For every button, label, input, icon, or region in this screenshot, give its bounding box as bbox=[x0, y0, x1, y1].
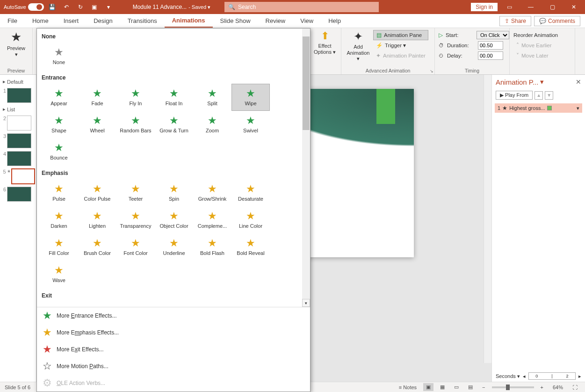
animation-pane-close-icon[interactable]: ✕ bbox=[576, 78, 581, 86]
move-down-button[interactable]: ▼ bbox=[545, 91, 553, 100]
timeline-ticks[interactable]: 0|2 bbox=[528, 372, 576, 380]
gallery-item-appear[interactable]: ★Appear bbox=[40, 84, 78, 111]
animation-pane-options-icon[interactable]: ▾ bbox=[540, 78, 544, 86]
gallery-item-zoom[interactable]: ★Zoom bbox=[193, 111, 231, 138]
search-input[interactable] bbox=[238, 4, 375, 10]
gallery-item-split[interactable]: ★Split bbox=[193, 84, 231, 111]
canvas-vertical-scrollbar[interactable] bbox=[484, 75, 491, 363]
gallery-item-wheel[interactable]: ★Wheel bbox=[78, 111, 116, 138]
autosave-toggle[interactable]: AutoSave On bbox=[4, 3, 44, 11]
slideshow-view-icon[interactable]: ▤ bbox=[465, 383, 476, 391]
gallery-item-bold-flash[interactable]: ★Bold Flash bbox=[193, 233, 231, 261]
gallery-item-bounce[interactable]: ★Bounce bbox=[40, 138, 78, 165]
gallery-item-compleme-[interactable]: ★Compleme... bbox=[193, 206, 231, 233]
gallery-item-random-bars[interactable]: ★Random Bars bbox=[116, 111, 155, 138]
gallery-item-teeter[interactable]: ★Teeter bbox=[116, 179, 155, 206]
search-box[interactable]: 🔍 bbox=[224, 2, 379, 12]
sorter-view-icon[interactable]: ▦ bbox=[437, 383, 448, 391]
qat-start-slideshow-icon[interactable]: ▣ bbox=[89, 1, 100, 13]
slide-counter[interactable]: Slide 5 of 6 bbox=[0, 385, 35, 390]
thumb-5[interactable]: 5★ bbox=[1, 167, 35, 185]
reading-view-icon[interactable]: ▭ bbox=[451, 383, 462, 391]
gallery-item-fade[interactable]: ★Fade bbox=[78, 302, 116, 307]
gallery-item-split[interactable]: ★Split bbox=[193, 302, 231, 307]
gallery-item-transparency[interactable]: ★Transparency bbox=[116, 206, 155, 233]
gallery-item-float-out[interactable]: ★Float Out bbox=[155, 302, 193, 307]
tab-home[interactable]: Home bbox=[25, 15, 56, 27]
gallery-item-grow-turn[interactable]: ★Grow & Turn bbox=[155, 111, 193, 138]
tab-help[interactable]: Help bbox=[321, 15, 348, 27]
gallery-item-swivel[interactable]: ★Swivel bbox=[231, 111, 270, 138]
gallery-item-color-pulse[interactable]: ★Color Pulse bbox=[78, 179, 116, 206]
gallery-item-wipe[interactable]: ★Wipe bbox=[231, 302, 270, 307]
tab-animations[interactable]: Animations bbox=[165, 14, 213, 28]
zoom-slider[interactable] bbox=[492, 386, 534, 388]
normal-view-icon[interactable]: ▣ bbox=[423, 383, 433, 391]
timeline-label[interactable]: Seconds ▾ bbox=[496, 373, 520, 379]
sign-in-button[interactable]: Sign in bbox=[470, 2, 498, 12]
preview-button[interactable]: ★ Preview▾ bbox=[4, 30, 29, 57]
gallery-more-icon[interactable]: ▾ bbox=[302, 299, 310, 307]
section-default[interactable]: ▸ Default bbox=[1, 77, 35, 87]
qat-save-icon[interactable]: 💾 bbox=[47, 1, 58, 13]
qat-customize-icon[interactable]: ▾ bbox=[103, 1, 114, 13]
gallery-item-spin[interactable]: ★Spin bbox=[155, 179, 193, 206]
autosave-switch[interactable] bbox=[28, 3, 44, 11]
animation-pane-toggle[interactable]: ▤Animation Pane bbox=[373, 30, 428, 40]
thumb-6[interactable]: 6 bbox=[1, 185, 35, 203]
gallery-item-underline[interactable]: ★Underline bbox=[155, 233, 193, 261]
tab-insert[interactable]: Insert bbox=[56, 15, 87, 27]
thumb-1[interactable]: 1 bbox=[1, 87, 35, 104]
zoom-out-icon[interactable]: − bbox=[479, 384, 488, 391]
more-entrance-effects[interactable]: ★More Entrance Effects... bbox=[37, 307, 310, 324]
start-select[interactable]: On Click bbox=[477, 31, 509, 39]
effect-options-button[interactable]: ⬆ Effect Options ▾ bbox=[312, 30, 337, 55]
close-button[interactable]: ✕ bbox=[563, 0, 584, 14]
thumb-4[interactable]: 4 bbox=[1, 150, 35, 167]
tab-review[interactable]: Review bbox=[258, 15, 293, 27]
timeline-prev-icon[interactable]: ◂ bbox=[523, 373, 526, 379]
gallery-item-shape[interactable]: ★Shape bbox=[40, 111, 78, 138]
more-motion-paths[interactable]: ☆More Motion Paths... bbox=[37, 358, 310, 375]
gallery-item-line-color[interactable]: ★Line Color bbox=[231, 206, 270, 233]
gallery-item-bold-reveal[interactable]: ★Bold Reveal bbox=[231, 233, 270, 261]
gallery-item-fill-color[interactable]: ★Fill Color bbox=[40, 233, 78, 261]
tab-slideshow[interactable]: Slide Show bbox=[213, 15, 258, 27]
gallery-item-fly-out[interactable]: ★Fly Out bbox=[116, 302, 155, 307]
add-animation-button[interactable]: ✦ Add Animation ▾ bbox=[345, 30, 371, 62]
zoom-percent[interactable]: 64% bbox=[550, 384, 566, 391]
gallery-item-grow-shrink[interactable]: ★Grow/Shrink bbox=[193, 179, 231, 206]
section-list[interactable]: ▸ List bbox=[1, 104, 35, 114]
ribbon-display-options-icon[interactable]: ▭ bbox=[499, 0, 520, 14]
item-menu-icon[interactable]: ▾ bbox=[577, 105, 579, 111]
share-button[interactable]: ⇪Share bbox=[499, 16, 531, 26]
advanced-group-launcher-icon[interactable]: ↘ bbox=[430, 69, 433, 73]
tab-file[interactable]: File bbox=[0, 15, 25, 27]
gallery-item-pulse[interactable]: ★Pulse bbox=[40, 179, 78, 206]
more-emphasis-effects[interactable]: ★More Emphasis Effects... bbox=[37, 324, 310, 341]
animation-item-1[interactable]: 1 ★ Highest gross... ▾ bbox=[495, 103, 582, 113]
gallery-item-lighten[interactable]: ★Lighten bbox=[78, 206, 116, 233]
thumb-3[interactable]: 3 bbox=[1, 132, 35, 150]
gallery-item-wipe[interactable]: ★Wipe bbox=[231, 84, 270, 111]
move-up-button[interactable]: ▲ bbox=[534, 91, 543, 100]
comments-button[interactable]: 💬Comments bbox=[534, 16, 580, 26]
more-exit-effects[interactable]: ★More Exit Effects... bbox=[37, 341, 310, 358]
thumbnail-rail[interactable]: ▸ Default 1 ▸ List 2 3 4 5★ 6 bbox=[0, 75, 36, 382]
gallery-item-darken[interactable]: ★Darken bbox=[40, 206, 78, 233]
gallery-item-float-in[interactable]: ★Float In bbox=[155, 84, 193, 111]
tab-view[interactable]: View bbox=[293, 15, 321, 27]
gallery-item-wave[interactable]: ★Wave bbox=[40, 261, 78, 288]
thumb-2[interactable]: 2 bbox=[1, 114, 35, 132]
zoom-in-icon[interactable]: + bbox=[538, 384, 546, 391]
minimize-button[interactable]: — bbox=[520, 0, 541, 14]
qat-redo-icon[interactable]: ↻ bbox=[75, 1, 86, 13]
maximize-button[interactable]: ▢ bbox=[542, 0, 563, 14]
gallery-item-brush-color[interactable]: ★Brush Color bbox=[78, 233, 116, 261]
gallery-scrollbar[interactable] bbox=[302, 29, 310, 307]
timeline-next-icon[interactable]: ▸ bbox=[578, 373, 581, 379]
gallery-item-desaturate[interactable]: ★Desaturate bbox=[231, 179, 270, 206]
gallery-item-font-color[interactable]: ★Font Color bbox=[116, 233, 155, 261]
qat-undo-icon[interactable]: ↶ bbox=[61, 1, 72, 13]
tab-transitions[interactable]: Transitions bbox=[120, 15, 165, 27]
